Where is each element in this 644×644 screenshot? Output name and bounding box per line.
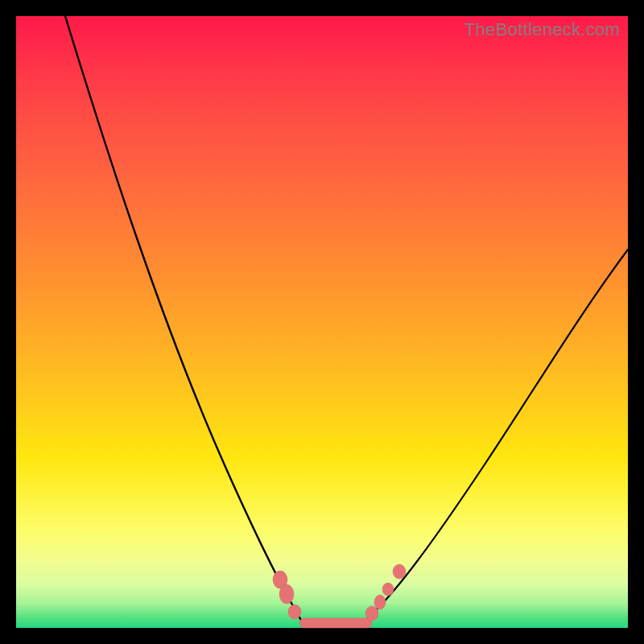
curve-left-branch	[65, 16, 302, 621]
marker-dot	[365, 606, 378, 621]
marker-dot	[288, 605, 301, 619]
chart-frame: TheBottleneck.com	[0, 0, 644, 644]
curve-layer	[16, 16, 628, 628]
marker-dot	[382, 583, 394, 596]
marker-dot	[279, 584, 294, 604]
marker-bar	[299, 618, 372, 628]
curve-right-branch	[364, 250, 628, 621]
marker-dot	[393, 564, 406, 579]
plot-area: TheBottleneck.com	[16, 16, 628, 628]
marker-dot	[374, 595, 386, 609]
marker-group	[273, 564, 406, 628]
